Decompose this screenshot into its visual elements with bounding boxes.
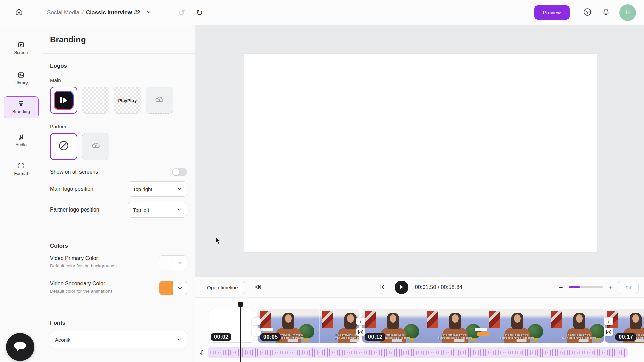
- chevron-down-icon: [177, 207, 182, 213]
- playplay-logo-icon: [54, 90, 74, 110]
- breadcrumb-separator: /: [82, 9, 84, 16]
- panel-header: Branding: [43, 25, 195, 54]
- add-screen-button[interactable]: +: [604, 317, 613, 325]
- main-logo-tile-dark-wordmark[interactable]: PlayPlay: [114, 87, 141, 114]
- sidebar: Screen Library Branding Audio Format: [0, 25, 42, 362]
- home-button[interactable]: [13, 7, 25, 18]
- partner-logo-upload-tile[interactable]: [82, 133, 109, 160]
- title-menu-button[interactable]: [146, 9, 151, 16]
- divider: [50, 229, 187, 229]
- avatar-initial: H: [626, 9, 630, 16]
- audio-icon: [17, 133, 25, 141]
- help-button[interactable]: ?: [582, 7, 593, 18]
- open-timeline-button[interactable]: Open timeline: [200, 281, 245, 294]
- skip-to-start-button[interactable]: [377, 282, 388, 293]
- add-screen-button[interactable]: +: [251, 317, 261, 325]
- show-on-all-screens-toggle[interactable]: [172, 168, 187, 176]
- playhead-line: [240, 306, 241, 362]
- format-icon: [17, 162, 25, 169]
- chevron-down-icon: [177, 186, 182, 192]
- sidebar-item-library[interactable]: Library: [4, 68, 39, 89]
- primary-color-desc: Default color for the backgrounds: [50, 263, 117, 268]
- clip-time-badge: 00:12: [365, 333, 385, 341]
- project-title[interactable]: Classic Interview #2: [86, 9, 140, 16]
- audio-waveform-track[interactable]: [208, 347, 628, 358]
- redo-button[interactable]: ↻: [194, 7, 205, 18]
- panel-title: Branding: [50, 35, 86, 44]
- zoom-slider-fill: [569, 286, 580, 288]
- clip-time-badge: 00:05: [260, 333, 281, 341]
- home-icon: [15, 8, 23, 17]
- sidebar-item-screen[interactable]: Screen: [4, 38, 39, 59]
- transition-button[interactable]: [604, 328, 613, 336]
- transition-button[interactable]: [356, 328, 365, 336]
- notifications-button[interactable]: [600, 7, 612, 18]
- preview-button[interactable]: Preview: [534, 5, 570, 20]
- volume-icon: [254, 283, 262, 292]
- redo-icon: ↻: [196, 9, 203, 17]
- avatar[interactable]: H: [619, 4, 636, 21]
- timeline-clip-3[interactable]: In a fast-paced world,businesses have a …: [362, 309, 604, 343]
- breadcrumb-folder[interactable]: Social Media: [47, 9, 79, 16]
- partner-logos-label: Partner: [50, 124, 187, 129]
- font-select[interactable]: Aeonik: [50, 331, 187, 348]
- timeline-clip-4[interactable]: In a fast-paced world,businesses have a …: [605, 309, 644, 343]
- main-logo-tiles: PlayPlay PlayPlay: [50, 87, 187, 114]
- skip-to-start-icon: [379, 283, 386, 292]
- timeline: 00:02 Hello everyone, I'm Micha,your vid…: [195, 298, 644, 362]
- bell-icon: [602, 8, 610, 17]
- topbar-divider: [167, 7, 167, 18]
- sidebar-item-label: Format: [14, 171, 28, 176]
- main-logo-upload-tile[interactable]: [146, 87, 173, 114]
- time-display: 00:01.50 / 00:58.84: [415, 284, 463, 290]
- primary-color-swatch: [159, 256, 173, 270]
- canvas-area: [195, 25, 644, 277]
- zoom-out-button[interactable]: −: [559, 284, 563, 291]
- play-button[interactable]: [395, 281, 408, 294]
- add-screen-button[interactable]: +: [356, 317, 365, 325]
- main-logo-tile-light-wordmark[interactable]: PlayPlay: [82, 87, 109, 114]
- clip-time-badge: 00:02: [211, 333, 231, 341]
- play-icon: [399, 284, 404, 291]
- secondary-color-desc: Default color for the animations: [50, 289, 113, 294]
- chevron-down-icon: [177, 337, 182, 343]
- split-icon: |: [255, 329, 257, 335]
- help-icon: ?: [583, 8, 592, 17]
- timeline-clip-1[interactable]: 00:02: [209, 309, 254, 343]
- main-logo-position-value: Top right: [133, 186, 152, 192]
- volume-button[interactable]: [253, 282, 264, 293]
- sidebar-item-format[interactable]: Format: [4, 159, 39, 180]
- library-icon: [17, 71, 25, 79]
- partner-logo-position-label: Partner logo position: [50, 207, 99, 213]
- video-preview[interactable]: [244, 54, 597, 252]
- main-logo-position-select[interactable]: Top right: [128, 181, 187, 197]
- transition-icon: [358, 329, 363, 335]
- split-button[interactable]: |: [251, 328, 261, 336]
- partner-logo-none-tile[interactable]: [50, 133, 77, 160]
- undo-button[interactable]: ↺: [176, 7, 188, 18]
- playback-controls-bar: Open timeline 00:01.50 / 00:58.84 − + Fi…: [195, 277, 644, 298]
- zoom-in-button[interactable]: +: [608, 284, 612, 291]
- undo-icon: ↺: [179, 9, 185, 17]
- logos-heading: Logos: [50, 63, 187, 69]
- primary-color-select[interactable]: [159, 255, 187, 270]
- branding-icon: [17, 100, 25, 107]
- secondary-color-label: Video Secondary Color: [50, 281, 113, 287]
- main-logo-tile-selected[interactable]: [50, 87, 77, 114]
- partner-logo-position-select[interactable]: Top left: [128, 202, 187, 218]
- main-logos-label: Main: [50, 77, 187, 83]
- secondary-color-select[interactable]: [159, 281, 187, 295]
- divider: [50, 306, 187, 306]
- sidebar-item-audio[interactable]: Audio: [4, 130, 39, 152]
- fit-button[interactable]: Fit: [618, 281, 639, 294]
- font-value: Aeonik: [55, 337, 70, 343]
- sidebar-item-label: Screen: [14, 50, 28, 55]
- primary-color-label: Video Primary Color: [50, 255, 117, 261]
- timeline-zoom-slider[interactable]: [569, 286, 603, 288]
- sidebar-item-branding[interactable]: Branding: [4, 96, 39, 118]
- timeline-clip-2[interactable]: Hello everyone, I'm Micha,your video con…: [258, 309, 359, 343]
- plus-icon: +: [359, 319, 362, 324]
- toggle-knob: [173, 169, 179, 175]
- mouse-cursor: [216, 237, 221, 246]
- chat-launcher-button[interactable]: [6, 333, 34, 361]
